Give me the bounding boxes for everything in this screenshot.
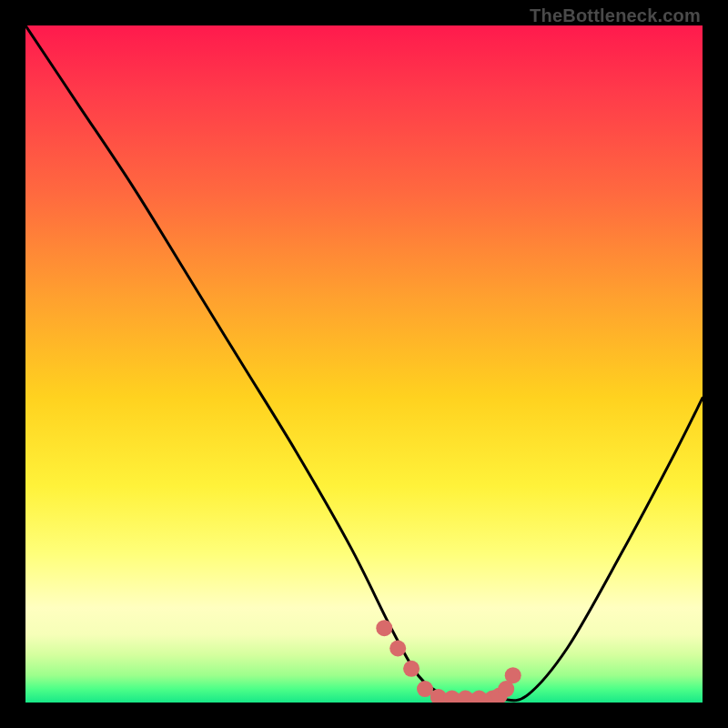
optimal-dot [403,661,420,677]
bottleneck-curve-path [25,25,703,701]
optimal-dot [376,620,392,636]
plot-area [25,25,703,703]
optimal-range-dots [376,620,521,703]
curve-svg [25,25,703,703]
watermark-text: TheBottleneck.com [530,5,701,26]
optimal-dot [505,667,521,683]
optimal-dot [389,641,406,657]
chart-frame: TheBottleneck.com [0,0,728,728]
